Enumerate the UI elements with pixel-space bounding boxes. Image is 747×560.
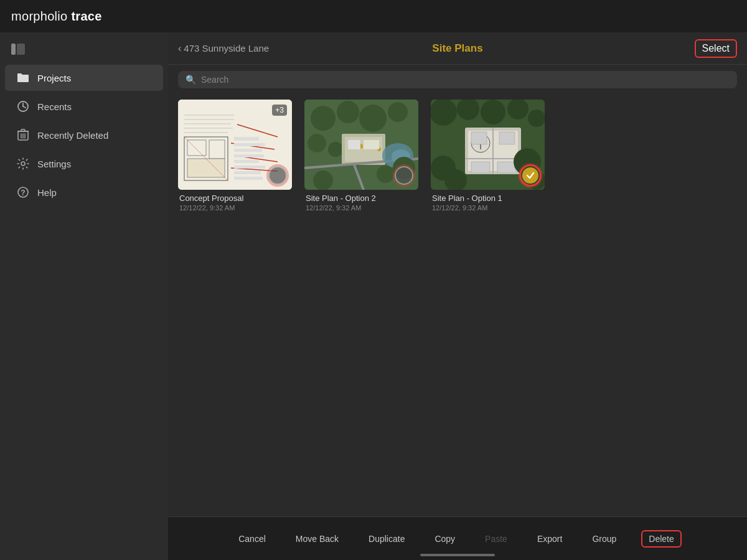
card-site-plan-1[interactable]: N	[431, 100, 545, 214]
thumb-image-concept: +3	[178, 100, 292, 190]
selection-circle-concept[interactable]	[268, 166, 287, 185]
svg-rect-7	[21, 129, 25, 131]
svg-point-11	[21, 162, 25, 166]
sidebar-item-settings[interactable]: Settings	[5, 151, 163, 177]
svg-rect-36	[234, 177, 263, 180]
help-icon: ?	[16, 185, 30, 199]
thumb-info-concept: Concept Proposal 12/12/22, 9:32 AM	[178, 190, 292, 214]
content-header: ‹ 473 Sunnyside Lane Site Plans Select	[168, 32, 747, 65]
sidebar-label-settings: Settings	[37, 159, 71, 169]
group-button[interactable]: Group	[587, 531, 621, 546]
svg-point-53	[377, 166, 394, 183]
svg-point-60	[481, 100, 505, 124]
sidebar-item-help[interactable]: ? Help	[5, 179, 163, 205]
svg-rect-29	[234, 137, 259, 141]
clock-icon	[16, 100, 30, 113]
svg-rect-74	[471, 162, 490, 173]
bottom-toolbar: Cancel Move Back Duplicate Copy Paste Ex…	[168, 516, 747, 560]
thumbnails-grid-area: +3 Concept Proposal 12/12/22, 9:32 AM	[168, 95, 747, 516]
delete-button[interactable]: Delete	[641, 530, 681, 548]
thumb-name-concept: Concept Proposal	[179, 194, 291, 203]
trash-icon	[16, 128, 30, 142]
search-bar: 🔍	[168, 65, 747, 95]
svg-rect-32	[234, 154, 264, 157]
svg-point-54	[313, 170, 333, 190]
sidebar-label-recents: Recents	[37, 101, 72, 112]
sidebar-label-recently-deleted: Recently Deleted	[37, 130, 108, 141]
svg-rect-30	[234, 143, 265, 146]
svg-rect-35	[234, 171, 261, 174]
svg-rect-33	[234, 160, 259, 163]
svg-rect-0	[11, 44, 16, 55]
svg-point-42	[308, 134, 326, 152]
sidebar-toggle-icon[interactable]	[11, 42, 25, 56]
search-input-wrap: 🔍	[178, 71, 737, 88]
thumb-info-sp1: Site Plan - Option 1 12/12/22, 9:32 AM	[431, 190, 545, 214]
sidebar-item-projects[interactable]: Projects	[5, 65, 163, 91]
svg-point-43	[328, 142, 343, 157]
paste-button[interactable]: Paste	[480, 531, 512, 546]
checkmark-icon	[526, 171, 535, 180]
svg-point-39	[337, 101, 359, 123]
thumb-image-site-plan-1: N	[431, 100, 545, 190]
svg-point-62	[528, 110, 545, 127]
svg-rect-73	[499, 132, 515, 144]
folder-icon	[16, 71, 30, 85]
thumbnails-grid: +3 Concept Proposal 12/12/22, 9:32 AM	[178, 100, 737, 214]
thumb-date-sp1: 12/12/22, 9:32 AM	[432, 204, 543, 212]
move-back-button[interactable]: Move Back	[291, 531, 344, 546]
svg-point-38	[311, 106, 336, 131]
thumb-image-site-plan-2	[304, 100, 418, 190]
thumb-name-sp2: Site Plan - Option 2	[306, 194, 417, 203]
svg-rect-27	[187, 159, 225, 177]
app-title-light: morpholio	[11, 9, 71, 23]
thumb-info-sp2: Site Plan - Option 2 12/12/22, 9:32 AM	[304, 190, 418, 214]
card-site-plan-2[interactable]: Site Plan - Option 2 12/12/22, 9:32 AM	[304, 100, 418, 214]
back-navigation[interactable]: ‹ 473 Sunnyside Lane	[178, 43, 269, 54]
back-chevron-icon: ‹	[178, 43, 181, 54]
sidebar-label-projects: Projects	[37, 73, 71, 83]
card-concept-proposal[interactable]: +3 Concept Proposal 12/12/22, 9:32 AM	[178, 100, 292, 214]
thumb-name-sp1: Site Plan - Option 1	[432, 194, 543, 203]
copy-button[interactable]: Copy	[430, 531, 460, 546]
select-button[interactable]: Select	[695, 39, 737, 58]
top-bar: morpholio trace	[0, 0, 747, 32]
selection-circle-sp2[interactable]	[395, 166, 413, 185]
selected-inner-sp1	[522, 167, 538, 184]
search-input[interactable]	[201, 75, 730, 85]
sidebar-item-recents[interactable]: Recents	[5, 93, 163, 119]
cancel-button[interactable]: Cancel	[233, 531, 271, 546]
svg-line-4	[23, 106, 26, 108]
svg-rect-72	[471, 132, 487, 144]
content-area: ‹ 473 Sunnyside Lane Site Plans Select 🔍	[168, 32, 747, 560]
thumb-date-concept: 12/12/22, 9:32 AM	[179, 204, 291, 212]
thumb-date-sp2: 12/12/22, 9:32 AM	[306, 204, 417, 212]
main-layout: Projects Recents	[0, 32, 747, 560]
svg-rect-75	[497, 162, 516, 173]
search-icon: 🔍	[186, 75, 196, 85]
duplicate-button[interactable]: Duplicate	[364, 531, 410, 546]
back-label: 473 Sunnyside Lane	[184, 43, 269, 54]
gear-icon	[16, 157, 30, 170]
plus-badge-concept: +3	[272, 105, 287, 116]
page-title: Site Plans	[432, 42, 482, 55]
svg-rect-34	[234, 166, 265, 169]
sidebar-item-recently-deleted[interactable]: Recently Deleted	[5, 122, 163, 148]
sidebar-label-help: Help	[37, 187, 57, 198]
home-indicator	[420, 554, 495, 556]
svg-rect-55	[348, 140, 360, 149]
svg-text:?: ?	[21, 189, 25, 197]
app-title-bold: trace	[71, 9, 101, 23]
svg-rect-1	[17, 44, 25, 55]
app-title: morpholio trace	[11, 9, 102, 24]
selected-ring-sp1[interactable]	[519, 164, 542, 187]
sidebar: Projects Recents	[0, 32, 168, 560]
svg-point-40	[359, 105, 387, 132]
svg-rect-31	[234, 149, 262, 152]
svg-point-41	[388, 102, 408, 122]
svg-rect-56	[364, 140, 379, 149]
export-button[interactable]: Export	[532, 531, 567, 546]
